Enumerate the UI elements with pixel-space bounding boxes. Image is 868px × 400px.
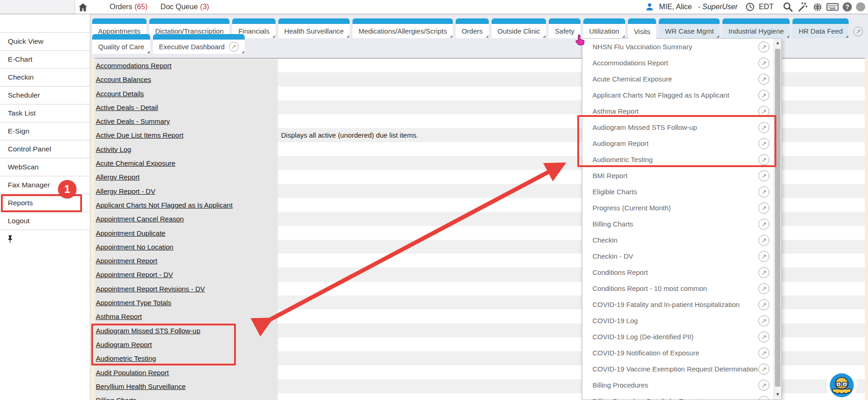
dropdown-item[interactable]: COVID-19 Log ↗	[582, 313, 774, 329]
globe-icon[interactable]	[813, 2, 822, 12]
sidebar-item[interactable]: Logout	[0, 212, 90, 230]
external-link-icon[interactable]: ↗	[758, 122, 769, 133]
report-link[interactable]: Active Due List Items Report	[95, 128, 278, 142]
external-link-icon[interactable]: ↗	[758, 251, 769, 262]
scroll-up-icon[interactable]: ▲	[774, 40, 781, 45]
tab-medications-allergies-scripts[interactable]: Medications/Allergies/Scripts	[352, 18, 453, 38]
external-link-icon[interactable]: ↗	[758, 364, 769, 375]
external-link-icon[interactable]: ↗	[758, 41, 769, 52]
search-icon[interactable]	[782, 1, 793, 12]
report-link[interactable]: Appointment Report Revisions - DV	[95, 282, 278, 296]
tab-safety[interactable]: Safety	[549, 18, 581, 38]
external-link-icon[interactable]: ↗	[758, 299, 769, 310]
dropdown-item[interactable]: COVID-19 Fatality and In-patient Hospita…	[582, 296, 774, 313]
scroll-down-icon[interactable]: ▼	[774, 392, 781, 397]
report-link[interactable]: Audit Population Report	[95, 366, 278, 380]
report-link[interactable]: Active Deals - Summary	[95, 115, 278, 128]
report-link[interactable]: Acute Chemical Exposure	[95, 157, 278, 170]
external-link-icon[interactable]: ↗	[758, 315, 769, 326]
external-link-icon[interactable]: ↗	[758, 74, 769, 85]
sidebar-item[interactable]: E-Sign	[0, 122, 90, 140]
sidebar-item[interactable]: Checkin	[0, 69, 90, 87]
tab-utilization[interactable]: Utilization	[583, 18, 625, 38]
tab-health-surveillance[interactable]: Health Surveillance	[278, 18, 350, 38]
external-link-icon[interactable]: ↗	[758, 138, 769, 149]
report-link[interactable]: Applicant Charts Not Flagged as Is Appli…	[95, 198, 278, 212]
sidebar-item[interactable]: Scheduler	[0, 87, 90, 104]
report-link[interactable]: Allergy Report	[95, 170, 278, 184]
external-link-icon[interactable]: ↗	[758, 283, 769, 294]
helper-mascot-icon[interactable]	[827, 370, 857, 400]
external-link-icon[interactable]: ↗	[758, 396, 769, 400]
external-link-icon[interactable]: ↗	[758, 186, 769, 197]
keyboard-icon[interactable]	[827, 2, 839, 12]
home-icon[interactable]	[77, 2, 88, 13]
dropdown-item[interactable]: Applicant Charts Not Flagged as Is Appli…	[582, 87, 774, 103]
dropdown-item[interactable]: Acute Chemical Exposure ↗	[582, 71, 774, 87]
sidebar-item[interactable]: Control Panel	[0, 140, 90, 158]
report-link[interactable]: Asthma Report	[95, 310, 278, 324]
dropdown-item[interactable]: Progress (Current Month) ↗	[582, 200, 774, 216]
dropdown-item[interactable]: Accommodations Report ↗	[582, 55, 774, 71]
sidebar-item[interactable]: Quick View	[0, 33, 90, 51]
report-link[interactable]: Beryllium Health Surveillance	[95, 380, 278, 394]
external-link-icon[interactable]: ↗	[758, 348, 769, 359]
dropdown-item[interactable]: Billing Procedure Details by Encounter ↗	[582, 393, 774, 400]
external-link-icon[interactable]: ↗	[758, 170, 769, 181]
external-link-icon[interactable]: ↗	[758, 380, 769, 391]
report-link[interactable]: Appointment Report	[95, 254, 278, 268]
external-link-icon[interactable]: ↗	[853, 27, 863, 36]
report-link[interactable]: Allergy Report - DV	[95, 185, 278, 198]
clock-icon[interactable]	[745, 2, 755, 12]
dropdown-item[interactable]: Conditions Report - 10 most common ↗	[582, 280, 774, 296]
sidebar-item[interactable]: E-Chart	[0, 51, 90, 69]
scrollbar-thumb[interactable]	[775, 49, 780, 387]
external-link-icon[interactable]: ↗	[758, 90, 769, 101]
report-link[interactable]: Appointment Type Totals	[95, 296, 278, 310]
dropdown-item[interactable]: BMI Report ↗	[582, 168, 774, 184]
dropdown-item[interactable]: COVID-19 Notification of Exposure ↗	[582, 345, 774, 361]
report-link[interactable]: Audiogram Report	[95, 338, 278, 352]
nav-doc-queue[interactable]: Doc Queue (3)	[160, 3, 209, 11]
sidebar-item[interactable]: Task List	[0, 104, 90, 122]
report-link[interactable]: Appointment No Location	[95, 240, 278, 254]
dropdown-item[interactable]: Audiogram Missed STS Follow-up ↗	[582, 119, 774, 135]
dropdown-scrollbar[interactable]: ▲ ▼	[774, 39, 781, 400]
wand-icon[interactable]	[798, 1, 809, 12]
help-icon[interactable]: ?	[843, 2, 852, 12]
external-link-icon[interactable]: ↗	[758, 203, 769, 214]
tab-orders[interactable]: Orders	[456, 18, 489, 38]
dropdown-item[interactable]: NHSN Flu Vaccination Summary ↗	[582, 39, 774, 55]
tab-quality-of-care[interactable]: Quality of Care	[92, 34, 150, 54]
dropdown-item[interactable]: COVID-19 Log (De-identified PII) ↗	[582, 329, 774, 345]
tab-industrial-hygiene[interactable]: Industrial Hygiene	[722, 18, 790, 38]
dropdown-item[interactable]: Conditions Report ↗	[582, 264, 774, 280]
tab-executive-dashboard[interactable]: Executive Dashboard ↗	[153, 34, 245, 54]
dropdown-item[interactable]: COVID-19 Vaccine Exemption Request Deter…	[582, 361, 774, 377]
dropdown-item[interactable]: Billing Procedures ↗	[582, 377, 774, 393]
external-link-icon[interactable]: ↗	[758, 331, 769, 342]
report-link[interactable]: Billing Charts	[95, 394, 278, 400]
external-link-icon[interactable]: ↗	[229, 42, 239, 52]
report-link[interactable]: Audiogram Missed STS Follow-up	[95, 324, 278, 338]
user-icon[interactable]	[645, 2, 654, 12]
tab-outside-clinic[interactable]: Outside Clinic	[492, 18, 546, 38]
sidebar-item[interactable]: Reports	[0, 194, 90, 212]
external-link-icon[interactable]: ↗	[758, 106, 769, 117]
external-link-icon[interactable]: ↗	[758, 219, 769, 230]
external-link-icon[interactable]: ↗	[758, 235, 769, 246]
report-link[interactable]: Audiometric Testing	[95, 352, 278, 365]
dropdown-item[interactable]: Checkin - DV ↗	[582, 248, 774, 264]
dropdown-item[interactable]: Checkin ↗	[582, 232, 774, 248]
report-link[interactable]: Appointment Duplicate	[95, 226, 278, 240]
report-link[interactable]: Appointment Cancel Reason	[95, 212, 278, 226]
dropdown-item[interactable]: Billing Charts ↗	[582, 216, 774, 232]
dropdown-item[interactable]: Eligible Charts ↗	[582, 184, 774, 200]
tab-wr-case-mgmt[interactable]: WR Case Mgmt	[659, 18, 720, 38]
report-link[interactable]: Account Details	[95, 87, 278, 101]
sidebar-item[interactable]: WebScan	[0, 158, 90, 176]
tab-visits[interactable]: Visits	[628, 18, 657, 39]
external-link-icon[interactable]: ↗	[758, 58, 769, 69]
report-link[interactable]: Accommodations Report	[95, 59, 278, 73]
external-link-icon[interactable]: ↗	[758, 154, 769, 165]
